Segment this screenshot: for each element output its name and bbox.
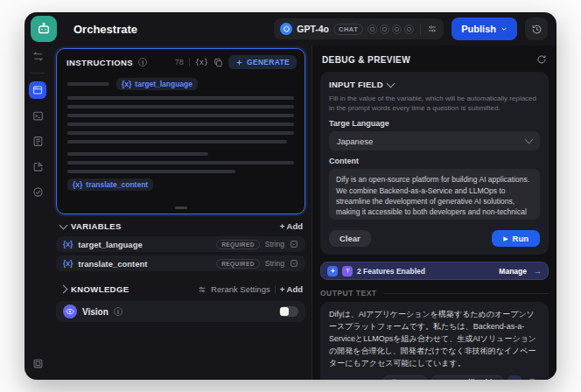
openai-logo-icon [280,23,292,35]
variable-pill-target-language[interactable]: {x} target_language [116,78,198,90]
debug-preview-title: DEBUG & PREVIEW [322,55,536,65]
target-language-value: Japanese [337,136,373,146]
title-bar: Orchestrate GPT-4o CHAT Publ [24,12,556,46]
collapse-sidebar-icon[interactable] [29,354,46,372]
instructions-body[interactable]: {x} target_language {x} [57,74,304,214]
type-options-icon[interactable] [290,240,298,248]
input-field-header[interactable]: INPUT FIELD [329,80,540,89]
chevron-down-icon [525,136,534,144]
model-params-sliders-icon[interactable] [427,24,438,34]
model-capability-icon [380,24,389,34]
input-field-card: INPUT FIELD Fill in the value of the var… [320,72,549,255]
refresh-icon[interactable] [536,54,547,65]
more-like-this-label: More like this [449,378,496,380]
model-capability-icon [404,24,414,34]
publish-button[interactable]: Publish [452,18,517,40]
speaker-icon [510,378,519,380]
text-to-speech-icon [342,266,353,276]
variable-token: {x} [63,240,73,248]
sliders-icon [198,285,206,294]
vision-feature-row: Vision i [56,301,305,322]
app-window: Orchestrate GPT-4o CHAT Publ [24,12,556,380]
content-textarea[interactable]: Dify is an open-source platform for buil… [329,169,540,220]
sidebar-item-annotations[interactable] [29,158,46,175]
logs-label: Logs [402,378,419,380]
copy-output-button[interactable] [526,375,540,380]
sparkle-icon [235,59,243,66]
conversation-opener-icon [327,266,338,276]
knowledge-title: KNOWLEDGE [71,284,129,294]
variable-name: translate_content [86,180,148,189]
rerank-settings-button[interactable]: Rerank Settings [198,284,270,294]
required-badge: REQUIRED [216,240,260,249]
add-knowledge-button[interactable]: + Add [280,284,303,294]
features-enabled-label: 2 Features Enabled [357,267,494,276]
target-language-label: Targe Language [329,119,540,128]
variables-header[interactable]: VARIABLES + Add [56,214,305,236]
variable-type: String [265,259,284,268]
variable-row-target-language[interactable]: {x} target_language REQUIRED String [56,236,305,252]
output-text-title: OUTPUT TEXT [320,289,377,298]
more-like-this-button[interactable]: More like this [431,375,503,380]
type-options-icon[interactable] [290,259,298,268]
knowledge-header[interactable]: KNOWLEDGE Rerank Settings + Add [56,275,305,299]
run-button[interactable]: ▶ Run [492,230,540,247]
sidebar-item-orchestrate[interactable] [29,81,46,99]
info-icon: i [138,58,147,66]
info-icon: i [114,307,122,316]
sidebar-item-logs[interactable] [29,132,46,150]
insert-variable-icon[interactable]: {x} [195,58,208,66]
copy-icon [528,378,537,380]
debug-preview-panel: DEBUG & PREVIEW INPUT FIELD Fill in the … [312,46,556,380]
chevron-down-icon [500,25,508,32]
clear-button[interactable]: Clear [329,230,371,247]
play-icon: ▶ [503,235,508,242]
run-label: Run [513,234,528,243]
model-capability-icon [392,24,402,34]
variable-token: {x} [63,259,73,268]
required-badge: REQUIRED [216,259,260,269]
vision-label: Vision [82,307,108,317]
sidebar-item-api-access[interactable] [29,107,46,124]
vision-toggle[interactable] [279,306,298,317]
app-robot-icon[interactable] [31,16,57,42]
publish-label: Publish [461,24,496,34]
output-card: Difyは、AIアプリケーションを構築するためのオープンソースプラットフォームで… [320,302,549,380]
input-field-title: INPUT FIELD [329,80,383,89]
page-title: Orchestrate [74,23,137,36]
variable-type: String [265,240,284,248]
add-variable-button[interactable]: + Add [280,221,303,231]
chevron-right-icon [60,285,68,294]
instructions-editor[interactable]: INSTRUCTIONS i 78 {x} GENERATE [56,48,305,214]
features-enabled-bar[interactable]: 2 Features Enabled Manage → [320,262,549,280]
arrow-right-icon: → [534,267,542,276]
generate-button[interactable]: GENERATE [228,55,297,69]
orchestrate-column: INSTRUCTIONS i 78 {x} GENERATE [51,46,312,380]
output-stats: 5.8s · 321 chars [329,379,379,380]
switch-app-icon[interactable] [29,47,46,65]
logs-button[interactable]: Logs [383,375,426,380]
variable-name: target_language [135,80,192,88]
chevron-down-icon [60,220,68,229]
variable-token: {x} [73,180,82,189]
instructions-title: INSTRUCTIONS [66,58,133,67]
model-selector[interactable]: GPT-4o CHAT [274,18,444,39]
variable-token: {x} [122,80,131,88]
variable-row-translate-content[interactable]: {x} translate_content REQUIRED String [56,256,305,271]
variable-name: translate_content [78,259,211,269]
output-text: Difyは、AIアプリケーションを構築するためのオープンソースプラットフォームで… [329,309,540,370]
manage-features-link[interactable]: Manage [499,267,527,276]
model-mode-badge: CHAT [333,24,363,35]
restore-clock-icon [531,24,542,35]
resize-handle[interactable] [175,206,187,209]
variable-pill-translate-content[interactable]: {x} translate_content [67,178,153,191]
variable-name: target_language [78,240,211,249]
model-name: GPT-4o [297,24,329,34]
target-language-select[interactable]: Japanese [329,131,540,150]
speaker-button[interactable] [508,375,522,380]
version-history-button[interactable] [525,18,548,40]
copy-icon[interactable] [214,58,223,67]
sidebar-item-monitoring[interactable] [29,183,46,200]
variables-title: VARIABLES [71,221,122,231]
left-sidebar [24,46,51,380]
